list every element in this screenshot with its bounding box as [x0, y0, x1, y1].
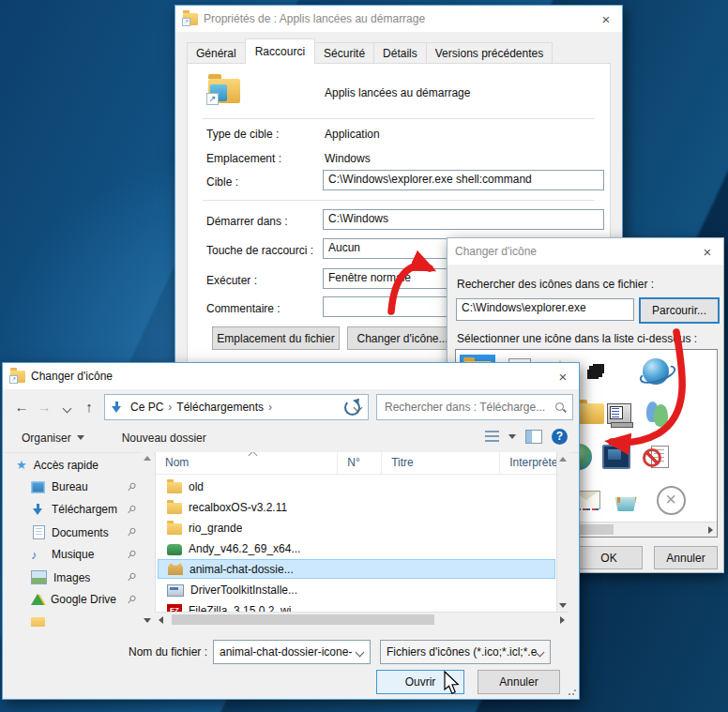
- blocked-icon: [651, 446, 669, 468]
- open-file-location-button[interactable]: Emplacement du fichier: [212, 326, 340, 350]
- download-icon: [31, 504, 45, 516]
- sidebar-item-label: Google Drive: [51, 593, 119, 606]
- tab-détails[interactable]: Détails: [373, 42, 427, 64]
- downloads-folder-icon: [111, 401, 123, 414]
- file-list-hscrollbar[interactable]: [155, 612, 569, 627]
- recent-locations-icon[interactable]: [55, 399, 78, 415]
- scroll-left-icon[interactable]: [159, 616, 163, 624]
- sidebar-item-quick-access[interactable]: ★ Accès rapide: [16, 458, 99, 472]
- breadcrumb-item[interactable]: Ce PC: [128, 401, 166, 414]
- file-list: NomN°TitreInterprètes a oldrecalboxOS-v3…: [155, 452, 569, 627]
- scrollbar-thumb[interactable]: [172, 614, 434, 625]
- icon-cell-people[interactable]: [640, 397, 675, 431]
- file-list-vscrollbar[interactable]: [556, 452, 569, 627]
- help-icon[interactable]: ?: [552, 429, 568, 445]
- breadcrumb-separator: ›: [166, 401, 174, 414]
- cancel-button[interactable]: Annuler: [478, 670, 560, 694]
- filename-combobox[interactable]: animal-chat-dossier-icone-: [213, 640, 371, 664]
- scroll-down-icon[interactable]: [559, 603, 567, 608]
- sidebar-item-download[interactable]: Téléchargem: [31, 503, 136, 516]
- sidebar-item-label: Images: [53, 571, 119, 584]
- close-icon[interactable]: ×: [590, 6, 622, 32]
- open-button[interactable]: Ouvrir: [376, 670, 464, 694]
- file-row[interactable]: Andy_v46.2_69_x64...: [158, 538, 555, 558]
- quick-access-star-icon: ★: [16, 458, 27, 472]
- sidebar-scrollbar[interactable]: [142, 452, 154, 627]
- new-folder-button[interactable]: Nouveau dossier: [113, 432, 216, 445]
- scroll-down-icon[interactable]: [144, 618, 151, 623]
- close-icon[interactable]: ×: [691, 238, 723, 265]
- pic-icon: [31, 570, 47, 584]
- breadcrumb-item[interactable]: Téléchargements: [174, 401, 266, 414]
- tab-sécurité[interactable]: Sécurité: [314, 42, 374, 64]
- sidebar-item-doc[interactable]: Documents: [31, 525, 136, 539]
- icon-cell-blocked[interactable]: [642, 440, 677, 474]
- desktop-icon: [31, 481, 45, 493]
- icon-cell-computer[interactable]: [601, 397, 637, 431]
- filetype-combobox[interactable]: Fichiers d'icônes (*.ico;*.icl;*.ex: [380, 640, 551, 664]
- column-header-n°[interactable]: N°: [338, 452, 382, 474]
- pin-icon: [124, 525, 138, 539]
- icon-file-path-input[interactable]: C:\Windows\explorer.exe: [456, 298, 634, 321]
- file-row[interactable]: DriverToolkitInstalle...: [158, 580, 555, 599]
- tab-général[interactable]: Général: [187, 42, 246, 64]
- icon-cell-circlex[interactable]: ×: [653, 483, 689, 517]
- file-row[interactable]: rio_grande: [158, 518, 555, 538]
- back-icon[interactable]: ←: [10, 399, 33, 415]
- sidebar-item-desktop[interactable]: Bureau: [31, 480, 136, 493]
- change-icon-titlebar[interactable]: Changer d'icône ×: [447, 238, 723, 265]
- sidebar-item-pic[interactable]: Images: [31, 570, 136, 584]
- close-icon[interactable]: ×: [547, 363, 579, 389]
- sidebar-item-music[interactable]: ♪Musique: [31, 548, 136, 561]
- scroll-right-icon[interactable]: [560, 616, 565, 624]
- andy-icon: [167, 544, 182, 555]
- select-icon-label: Sélectionner une icône dans la liste ci-…: [457, 332, 697, 345]
- address-bar[interactable]: Ce PC›Téléchargements›: [104, 394, 369, 420]
- resize-grip[interactable]: [568, 687, 577, 696]
- browse-button[interactable]: Parcourir...: [639, 297, 720, 324]
- people-icon: [646, 401, 669, 427]
- tab-versions-précédentes[interactable]: Versions précédentes: [426, 42, 553, 64]
- start-in-label: Démarrer dans :: [206, 215, 288, 228]
- shortcut-name: Applis lancées au démarrage: [325, 86, 470, 99]
- start-in-input[interactable]: C:\Windows: [323, 209, 604, 230]
- tab-raccourci[interactable]: Raccourci: [245, 38, 315, 64]
- scroll-up-icon[interactable]: [144, 456, 151, 461]
- view-dropdown-icon[interactable]: [508, 434, 516, 439]
- change-icon-button[interactable]: Changer d'icône...: [347, 326, 458, 350]
- ok-button[interactable]: OK: [575, 546, 643, 569]
- search-box[interactable]: [376, 394, 573, 420]
- column-header-titre[interactable]: Titre: [382, 452, 500, 474]
- search-input[interactable]: [383, 400, 554, 415]
- view-list-icon[interactable]: [485, 431, 499, 443]
- properties-titlebar[interactable]: Propriétés de : Applis lancées au démarr…: [175, 6, 622, 32]
- column-header-nom[interactable]: Nom: [156, 452, 338, 474]
- icon-cell-wordmail[interactable]: [600, 355, 636, 388]
- chevron-down-icon[interactable]: [356, 647, 365, 657]
- refresh-icon[interactable]: [344, 400, 360, 416]
- properties-tabstrip: GénéralRaccourciSécuritéDétailsVersions …: [187, 41, 552, 64]
- icon-cell-basket[interactable]: [608, 483, 644, 517]
- file-row[interactable]: recalboxOS-v3.2.11: [158, 497, 555, 517]
- icon-cell-globe[interactable]: [638, 355, 674, 388]
- filename-label: Nom du fichier :: [129, 645, 207, 659]
- cancel-button[interactable]: Annuler: [654, 546, 718, 569]
- scroll-right-icon[interactable]: [708, 526, 713, 534]
- sidebar-item-partial[interactable]: [31, 617, 136, 627]
- file-row[interactable]: animal-chat-dossie...: [158, 559, 555, 579]
- comment-label: Commentaire :: [206, 302, 281, 315]
- file-row[interactable]: old: [158, 477, 555, 496]
- divider: [203, 200, 595, 201]
- preview-pane-icon[interactable]: [525, 430, 542, 444]
- shortcut-folder-icon: [183, 13, 198, 25]
- scroll-up-icon[interactable]: [559, 457, 567, 462]
- chevron-down-icon[interactable]: [536, 647, 545, 657]
- file-dialog-titlebar[interactable]: Changer d'icône ×: [3, 363, 579, 389]
- folder-icon: [167, 523, 182, 535]
- sidebar-item-gdrive[interactable]: Google Drive: [31, 593, 136, 606]
- organize-button[interactable]: Organiser: [12, 432, 94, 445]
- up-icon[interactable]: ↑: [78, 399, 100, 415]
- target-input[interactable]: C:\Windows\explorer.exe shell:command: [323, 170, 604, 190]
- icon-cell-monitor[interactable]: [599, 440, 634, 474]
- forward-icon[interactable]: →: [33, 399, 55, 415]
